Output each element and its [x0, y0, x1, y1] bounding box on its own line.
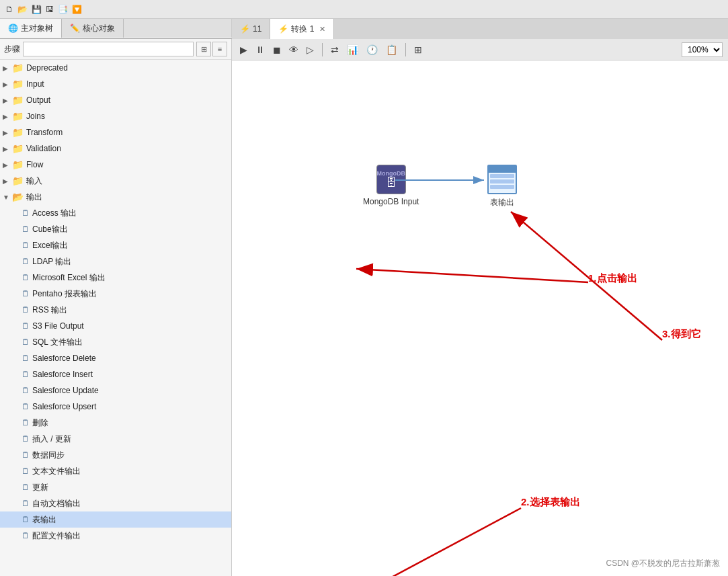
stop-btn[interactable]: ◼	[270, 43, 284, 56]
saveas-icon[interactable]: 🖫	[46, 5, 54, 14]
folder-icon: 📁	[12, 79, 24, 89]
mongodb-icon: MongoDB 🗄	[376, 165, 406, 194]
zoom-select[interactable]: 100% 75% 150%	[682, 42, 723, 57]
shuffle-btn[interactable]: ⇄	[328, 43, 341, 56]
step-btn[interactable]: ▷	[304, 43, 317, 56]
tree-item-auto-doc-output[interactable]: 🗒 自动文档输出	[0, 495, 231, 511]
preview-btn[interactable]: 👁	[286, 43, 301, 56]
file-icon: 🗒	[22, 241, 30, 250]
file-icon: 🗒	[22, 499, 30, 508]
panel-tab-main-tree-label: 主对象树	[21, 23, 53, 34]
tree-item-sql-output[interactable]: 🗒 SQL 文件输出	[0, 334, 231, 350]
tree-container[interactable]: ▶ 📁 Deprecated ▶ 📁 Input ▶ 📁 Output ▶ 📁	[0, 60, 231, 576]
mongodb-input-node[interactable]: MongoDB 🗄 MongoDB Input	[363, 165, 419, 206]
file-icon: 🗒	[22, 305, 30, 315]
open-icon[interactable]: 📂	[17, 5, 28, 14]
file-icon: 🗒	[22, 289, 30, 298]
time-btn[interactable]: 🕐	[364, 43, 380, 56]
arrow-icon: ▶	[3, 177, 12, 185]
search-list-btn[interactable]: ≡	[212, 42, 227, 56]
tree-item-sf-upsert[interactable]: 🗒 Salesforce Upsert	[0, 399, 231, 415]
file-icon: 🗒	[22, 418, 30, 427]
search-grid-btn[interactable]: ⊞	[196, 42, 211, 56]
tree-item-output-en[interactable]: ▶ 📁 Output	[0, 92, 231, 108]
tree-item-deprecated[interactable]: ▶ 📁 Deprecated	[0, 60, 231, 76]
tree-item-label: Output	[26, 95, 50, 105]
folder-icon-open: 📂	[12, 192, 24, 202]
chart-btn[interactable]: 📊	[344, 43, 361, 56]
panel-tab-main-tree[interactable]: 🌐 主对象树	[0, 19, 62, 38]
file-icon: 🗒	[22, 466, 30, 476]
tree-item-joins[interactable]: ▶ 📁 Joins	[0, 108, 231, 124]
tree-item-label: RSS 输出	[32, 304, 67, 316]
tree-item-ldap-output[interactable]: 🗒 LDAP 输出	[0, 253, 231, 270]
tab-transform1[interactable]: ⚡ 转换 1 ✕	[270, 19, 334, 40]
table-output-label: 表输出	[490, 197, 514, 208]
tree-item-data-sync[interactable]: 🗒 数据同步	[0, 447, 231, 463]
save-copy-icon[interactable]: 📑	[58, 5, 68, 14]
pause-btn[interactable]: ⏸	[253, 43, 268, 56]
tree-item-sf-insert[interactable]: 🗒 Salesforce Insert	[0, 366, 231, 382]
tree-item-delete[interactable]: 🗒 删除	[0, 415, 231, 431]
tree-item-sf-update[interactable]: 🗒 Salesforce Update	[0, 382, 231, 399]
run-btn[interactable]: ▶	[237, 43, 250, 56]
tree-item-insert-update[interactable]: 🗒 插入 / 更新	[0, 431, 231, 447]
tree-item-label: Cube输出	[32, 224, 68, 235]
tree-item-label: 自动文档输出	[32, 498, 81, 509]
tree-item-text-output[interactable]: 🗒 文本文件输出	[0, 463, 231, 479]
tree-item-label: Microsoft Excel 输出	[32, 272, 106, 284]
tree-item-input[interactable]: ▶ 📁 Input	[0, 76, 231, 92]
svg-line-3	[356, 269, 588, 282]
copy-btn[interactable]: 📋	[383, 43, 400, 56]
search-input[interactable]	[23, 42, 194, 56]
panel-tab-core-objects[interactable]: ✏️ 核心对象	[62, 19, 124, 38]
arrow-icon: ▶	[3, 97, 12, 104]
tab-close-icon[interactable]: ✕	[319, 25, 325, 34]
tree-item-label: LDAP 输出	[32, 256, 71, 268]
globe-icon: 🌐	[8, 24, 18, 33]
watermark: CSDN @不脱发的尼古拉斯萧葱	[606, 558, 720, 569]
tree-item-cube-output[interactable]: 🗒 Cube输出	[0, 221, 231, 237]
save-icon[interactable]: 💾	[32, 5, 42, 14]
new-icon[interactable]: 🗋	[5, 5, 13, 14]
tree-item-label: Salesforce Delete	[32, 354, 96, 363]
tree-item-s3-output[interactable]: 🗒 S3 File Output	[0, 318, 231, 334]
tree-item-excel-output[interactable]: 🗒 Excel输出	[0, 237, 231, 253]
tree-item-label: Access 输出	[32, 208, 77, 219]
folder-icon: 📁	[12, 127, 24, 138]
tree-item-config-output[interactable]: 🗒 配置文件输出	[0, 528, 231, 544]
tab-11[interactable]: ⚡ 11	[232, 19, 270, 39]
file-icon: 🗒	[22, 531, 30, 540]
file-icon: 🗒	[22, 402, 30, 411]
tree-item-msexcel-output[interactable]: 🗒 Microsoft Excel 输出	[0, 270, 231, 286]
tree-item-pentaho-output[interactable]: 🗒 Pentaho 报表输出	[0, 286, 231, 302]
tab-transform1-label: 转换 1	[291, 24, 314, 35]
left-panel: 步骤 ⊞ ≡ ▶ 📁 Deprecated ▶ 📁 Input	[0, 39, 232, 576]
arrow-icon: ▶	[3, 113, 12, 120]
action-toolbar: ▶ ⏸ ◼ 👁 ▷ ⇄ 📊 🕐 📋 ⊞ 100% 75% 150%	[232, 39, 728, 60]
tree-item-input-cn[interactable]: ▶ 📁 输入	[0, 173, 231, 189]
tree-item-sf-delete[interactable]: 🗒 Salesforce Delete	[0, 350, 231, 366]
grid-btn[interactable]: ⊞	[411, 43, 425, 56]
arrow-icon: ▶	[3, 81, 12, 88]
tree-item-label: 数据同步	[32, 450, 65, 461]
tree-item-output-cn[interactable]: ▼ 📂 输出	[0, 189, 231, 205]
dropdown-icon[interactable]: 🔽	[72, 5, 82, 14]
search-label: 步骤	[4, 44, 20, 55]
tree-item-access-output[interactable]: 🗒 Access 输出	[0, 205, 231, 221]
tree-item-label: 表输出	[32, 514, 56, 526]
tree-item-rss-output[interactable]: 🗒 RSS 输出	[0, 302, 231, 318]
tree-item-validation[interactable]: ▶ 📁 Validation	[0, 140, 231, 157]
file-icon: 🗒	[22, 450, 30, 460]
table-output-node[interactable]: 表输出	[487, 165, 517, 208]
tree-item-update[interactable]: 🗒 更新	[0, 479, 231, 495]
tree-item-transform[interactable]: ▶ 📁 Transform	[0, 124, 231, 140]
arrow-icon: ▶	[3, 65, 12, 72]
flow-connections	[232, 60, 728, 576]
tree-item-flow[interactable]: ▶ 📁 Flow	[0, 157, 231, 173]
folder-icon: 📁	[12, 63, 24, 73]
file-icon: 🗒	[22, 434, 30, 444]
tree-item-label: 文本文件输出	[32, 466, 81, 477]
file-icon: 🗒	[22, 515, 30, 524]
tree-item-table-output[interactable]: 🗒 表输出	[0, 511, 231, 528]
